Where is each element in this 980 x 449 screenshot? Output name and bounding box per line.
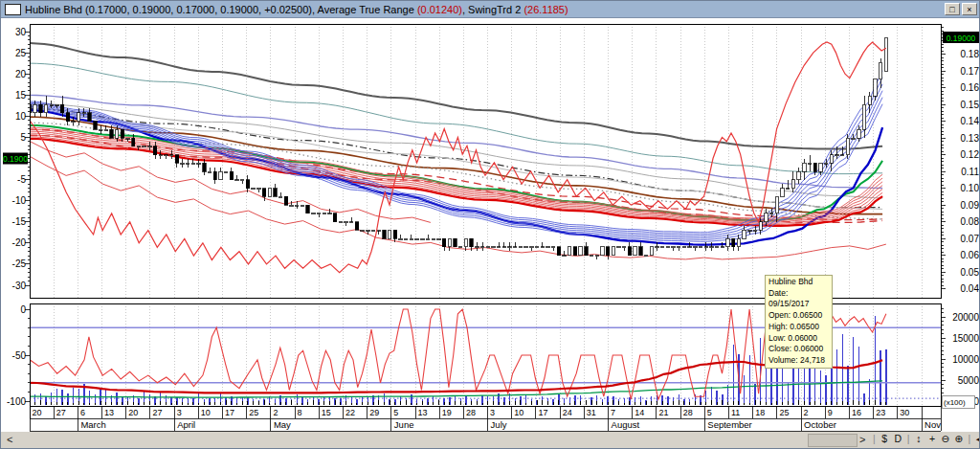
scroll-right-arrow[interactable]: >	[859, 434, 865, 445]
tooltip-volume: Volume: 24,718	[768, 355, 829, 367]
date-tick-label: 5	[707, 408, 712, 417]
tooltip-high: High: 0.06500	[768, 322, 829, 333]
date-tick-label: 3	[177, 408, 182, 417]
toolbar-separator: |	[907, 433, 910, 444]
date-tick-label: 11	[731, 408, 740, 417]
left-axis-last-value: 0.1900	[3, 154, 28, 164]
svg-text:30: 30	[15, 27, 27, 37]
date-tick-label: 10	[514, 408, 523, 417]
pointer-crosshair-button[interactable]: +	[927, 433, 936, 444]
bottom-toolbar: |$D|↕+⊖⊕|◀▶E	[873, 433, 980, 444]
month-label: Nov	[924, 419, 941, 430]
chart-window-icon	[5, 4, 21, 15]
date-tick-label: 23	[876, 408, 885, 417]
svg-text:-30: -30	[12, 281, 27, 291]
date-tick-label: 2	[804, 408, 809, 417]
month-label: April	[177, 419, 195, 430]
svg-text:0.15: 0.15	[961, 100, 980, 110]
title-bar[interactable]: Hubline Bhd (0.17000, 0.19000, 0.17000, …	[1, 1, 979, 18]
date-tick-label: 17	[225, 408, 234, 417]
svg-text:0.10: 0.10	[961, 183, 980, 193]
svg-text:-20: -20	[12, 237, 27, 248]
date-tick-label: 20	[33, 408, 42, 417]
date-tick-label: 15	[322, 408, 331, 417]
svg-text:-25: -25	[12, 258, 27, 269]
svg-text:0.07: 0.07	[961, 234, 980, 244]
date-tick-label: 10	[201, 408, 211, 417]
date-tick-label: 20	[128, 408, 138, 417]
svg-text:0.06: 0.06	[961, 250, 980, 260]
date-tick-label: 28	[683, 408, 693, 417]
date-tick-label: 19	[442, 408, 452, 417]
chart-canvas[interactable]: 30252015105-5-10-15-20-25-300.180.170.16…	[1, 1, 980, 449]
date-tick-label: 5	[393, 408, 398, 417]
volume-unit-label: (x100)	[944, 398, 966, 407]
date-tick-label: 28	[466, 408, 476, 417]
month-label: March	[80, 419, 105, 430]
svg-text:0.13: 0.13	[961, 133, 980, 144]
svg-text:0.18: 0.18	[961, 49, 980, 59]
close-button[interactable]: ×	[962, 3, 977, 15]
svg-text:5000: 5000	[958, 375, 980, 386]
month-label: June	[394, 419, 414, 430]
svg-text:0.08: 0.08	[961, 216, 980, 227]
zoom-in-button[interactable]: ⊕	[954, 433, 963, 444]
page-left-button[interactable]: ◀	[975, 433, 980, 444]
svg-text:15000: 15000	[952, 333, 979, 344]
date-tick-label: 21	[658, 408, 668, 417]
date-tick-label: 13	[104, 408, 114, 417]
title-swingtrd-value: (26.1185)	[523, 4, 568, 15]
title-atr-value: (0.01240)	[417, 4, 462, 15]
metastock-chart-window: 30252015105-5-10-15-20-25-300.180.170.16…	[0, 0, 980, 449]
date-tick-label: 8	[298, 408, 302, 417]
tooltip-low: Low: 0.06000	[768, 333, 829, 345]
month-label: July	[491, 419, 507, 430]
svg-text:-50: -50	[12, 350, 27, 361]
svg-text:-10: -10	[12, 195, 27, 206]
toolbar-separator: |	[968, 433, 970, 444]
svg-text:25: 25	[15, 48, 27, 58]
title-symbol-ohlc: Hubline Bhd (0.17000, 0.19000, 0.17000, …	[25, 4, 417, 15]
month-label: August	[612, 419, 640, 430]
svg-text:0.16: 0.16	[961, 82, 980, 93]
data-window-tooltip: Hubline Bhd Date: 09/15/2017 Open: 0.065…	[765, 275, 833, 369]
month-label: May	[274, 419, 291, 430]
scrollbar-thumb[interactable]	[808, 434, 858, 447]
svg-text:5: 5	[20, 132, 26, 143]
fit-vertical-button[interactable]: ↕	[914, 433, 923, 444]
svg-text:0.09: 0.09	[961, 200, 980, 211]
date-tick-label: 30	[900, 408, 909, 417]
date-tick-label: 18	[755, 408, 765, 417]
svg-text:10000: 10000	[952, 354, 979, 365]
right-axis-last-value: 0.19000	[947, 34, 976, 43]
svg-text:15: 15	[15, 90, 27, 101]
tooltip-symbol: Hubline Bhd	[768, 277, 829, 288]
date-tick-label: 22	[345, 408, 355, 417]
date-tick-label: 25	[779, 408, 789, 417]
window-title: Hubline Bhd (0.17000, 0.19000, 0.17000, …	[25, 4, 943, 15]
tooltip-date: Date: 09/15/2017	[768, 288, 829, 310]
month-label: October	[804, 419, 836, 430]
svg-text:-5: -5	[17, 174, 26, 185]
svg-text:0.14: 0.14	[961, 116, 980, 126]
date-tick-label: 16	[852, 408, 861, 417]
toolbar-separator: |	[873, 433, 876, 444]
date-tick-label: 9	[828, 408, 833, 417]
horizontal-scrollbar[interactable]: < > |$D|↕+⊖⊕|◀▶E	[1, 432, 980, 449]
tooltip-close: Close: 0.06000	[768, 344, 829, 355]
date-tick-label: 27	[56, 408, 66, 417]
month-label: September	[707, 419, 751, 430]
zoom-out-button[interactable]: ⊖	[941, 433, 949, 444]
periodicity-daily-button[interactable]: D	[894, 433, 902, 444]
scroll-left-arrow[interactable]: <	[7, 434, 12, 445]
date-tick-label: 6	[80, 408, 85, 417]
date-tick-label: 29	[369, 408, 379, 417]
svg-text:0.04: 0.04	[961, 283, 980, 294]
date-tick-label: 24	[563, 408, 572, 417]
date-tick-label: 14	[635, 408, 644, 417]
restore-button[interactable]: □	[945, 3, 960, 15]
date-tick-label: 7	[611, 408, 615, 417]
date-tick-label: 3	[490, 408, 495, 417]
svg-text:0.11: 0.11	[961, 167, 979, 177]
rescale-y-button[interactable]: $	[880, 433, 889, 444]
